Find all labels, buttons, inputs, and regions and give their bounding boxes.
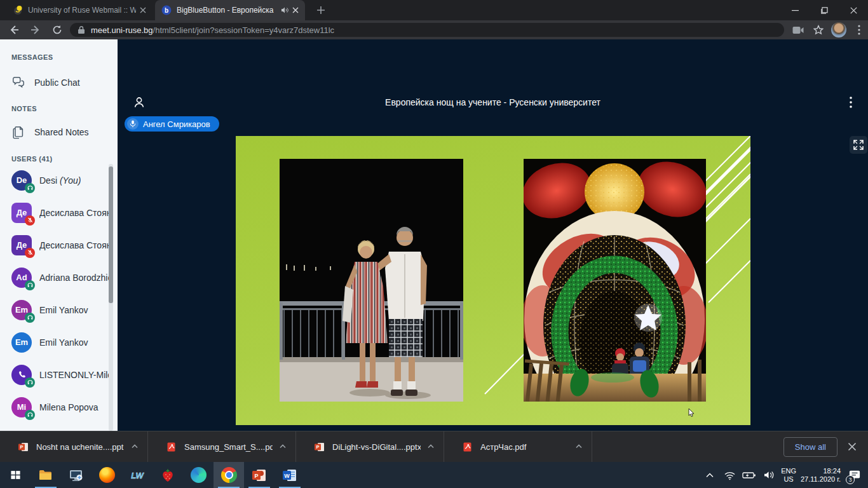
taskbar-powerpoint[interactable]: P [244,462,275,488]
user-avatar: Ad [11,268,32,288]
pdf-file-icon [166,442,177,452]
taskbar-word[interactable]: W [275,462,305,488]
start-button[interactable] [0,462,31,488]
maximize-button[interactable] [810,0,839,20]
taskbar-remote-desktop[interactable] [61,462,92,488]
svg-text:P: P [316,444,319,450]
chevron-up-icon[interactable] [279,443,287,451]
user-avatar: Де [11,203,32,223]
svg-text:W: W [284,473,290,479]
close-button[interactable] [839,0,868,20]
public-chat-item[interactable]: Public Chat [0,70,109,95]
user-list-item[interactable]: ДеДесислава Стоян… [0,229,109,261]
download-file-name: АстрЧас.pdf [480,442,569,452]
tab-strip: University of Ruse Webmail :: We b BigBl… [0,0,868,20]
user-list-item[interactable]: MiMilena Popova [0,391,109,423]
scrollbar-thumb[interactable] [109,166,113,303]
fullscreen-icon[interactable] [850,136,867,154]
bookmark-star-icon[interactable] [811,22,826,37]
download-item[interactable]: АстрЧас.pdf [444,431,592,462]
user-avatar: Em [11,332,32,353]
new-tab-button[interactable] [315,4,327,16]
user-list-item[interactable]: EmEmil Yankov [0,326,109,358]
options-menu-icon[interactable] [845,96,857,109]
svg-text:b: b [165,7,168,14]
presentation-slide[interactable] [236,136,750,425]
user-name: Adriana Borodzhieva [39,273,109,283]
camera-indicator-icon[interactable] [790,22,806,37]
sidebar-scrollbar[interactable] [109,164,113,431]
download-item[interactable]: PDiLight-vs-DiGital....pptx [296,431,444,462]
taskbar-edge[interactable] [183,462,214,488]
show-all-downloads-button[interactable]: Show all [783,437,837,457]
browser-menu-icon[interactable] [851,22,867,37]
headphones-badge-icon [25,410,35,420]
address-bar[interactable]: meet.uni-ruse.bg/html5client/join?sessio… [70,23,784,37]
tray-chevron-icon[interactable] [702,469,717,482]
user-name: Emil Yankov [39,337,88,348]
user-avatar: Em [11,300,32,320]
download-item[interactable]: Samsung_Smart_S....pdf [148,431,296,462]
minimize-button[interactable] [780,0,810,20]
user-avatar [11,365,32,385]
back-button[interactable] [6,22,22,37]
mouse-cursor [688,408,695,417]
chat-bubbles-icon [11,76,25,90]
users-header: USERS (41) [11,155,53,163]
taskbar-lw-app[interactable]: LW [122,462,153,488]
taskbar-firefox[interactable] [92,462,122,488]
taskbar-strawberry-app[interactable] [153,462,183,488]
clock[interactable]: 18:24 27.11.2020 г. [801,467,841,484]
downloads-items: PNosht na uchenite....pptSamsung_Smart_S… [0,431,592,462]
slide-photo-couple-railing [280,159,463,402]
user-list-item[interactable]: EmEmil Yankov [0,294,109,326]
bbb-sidebar: MESSAGES Public Chat NOTES Shared Notes … [0,39,118,431]
taskbar-chrome[interactable] [214,462,244,488]
notes-header: NOTES [11,105,37,112]
tab-close-icon[interactable] [140,7,146,13]
tab-close-icon[interactable] [292,7,299,13]
battery-icon[interactable] [742,469,757,482]
webmail-favicon [13,5,23,15]
powerpoint-file-icon: P [314,442,325,452]
chevron-up-icon[interactable] [575,443,583,451]
downloads-bar: PNosht na uchenite....pptSamsung_Smart_S… [0,431,868,462]
headphones-badge-icon [25,377,35,388]
talking-user-name: Ангел Смрикаров [143,119,210,129]
user-list-item[interactable]: ДеДесислава Стоян… [0,196,109,229]
lock-icon[interactable] [78,25,85,34]
bbb-app: MESSAGES Public Chat NOTES Shared Notes … [0,39,868,431]
svg-text:P: P [20,444,23,450]
clock-time: 18:24 [801,467,841,475]
headphones-badge-icon [25,183,35,193]
tab-webmail[interactable]: University of Ruse Webmail :: We [6,0,153,20]
wifi-icon[interactable] [722,469,737,482]
profile-avatar[interactable] [831,22,846,37]
slide-photo-light-arch [524,159,706,402]
shared-notes-icon [11,125,25,139]
language-indicator[interactable]: ENG US [781,467,796,484]
download-file-name: DiLight-vs-DiGital....pptx [332,442,421,452]
tab-audio-icon[interactable] [281,6,288,14]
reload-button[interactable] [50,22,65,37]
user-avatar: De [11,170,32,191]
chevron-up-icon[interactable] [427,443,435,451]
user-list-item[interactable]: DeDesi (You) [0,164,109,196]
user-list: DeDesi (You)ДеДесислава Стоян…ДеДесислав… [0,164,109,423]
user-list-item[interactable]: AdAdriana Borodzhieva [0,261,109,294]
language-top: ENG [781,467,796,475]
forward-button[interactable] [28,22,43,37]
talking-indicator[interactable]: Ангел Смрикаров [125,116,219,132]
user-name: Десислава Стоян… [39,208,109,218]
tab-bigbluebutton[interactable]: b BigBlueButton - Европейска [155,0,305,20]
taskbar-file-explorer[interactable] [31,462,61,488]
user-list-item[interactable]: LISTENONLY-Milena… [0,358,109,391]
volume-icon[interactable] [761,469,776,482]
downloads-close-icon[interactable] [848,442,857,451]
action-center-icon[interactable]: 3 [845,468,864,483]
chevron-up-icon[interactable] [131,443,139,451]
user-avatar: Де [11,235,32,255]
mic-muted-badge-icon [25,215,35,226]
download-item[interactable]: PNosht na uchenite....ppt [0,431,148,462]
shared-notes-item[interactable]: Shared Notes [0,119,109,145]
